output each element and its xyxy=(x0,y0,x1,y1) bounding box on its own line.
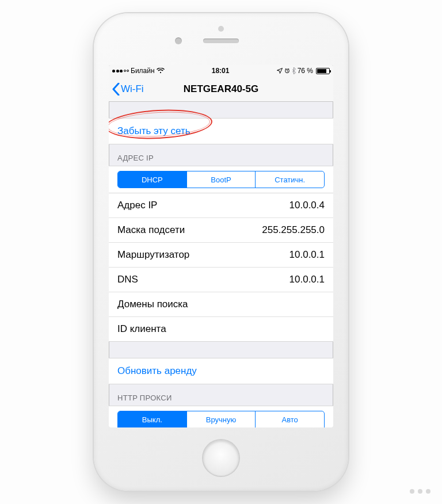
ip-address-value: 10.0.0.4 xyxy=(289,200,325,211)
back-label: Wi-Fi xyxy=(121,83,144,95)
ip-details-list: Адрес IP 10.0.0.4 Маска подсети 255.255.… xyxy=(109,193,333,342)
renew-lease-button[interactable]: Обновить аренду xyxy=(109,358,333,384)
wifi-icon xyxy=(157,68,165,74)
battery-percent: 76 % xyxy=(298,67,313,75)
bluetooth-icon xyxy=(292,67,296,74)
subnet-mask-value: 255.255.255.0 xyxy=(262,224,325,236)
content-scroll[interactable]: Забыть эту сеть АДРЕС IP DHCP BootP Стат… xyxy=(109,102,333,427)
subnet-mask-label: Маска подсети xyxy=(117,224,185,236)
router-value: 10.0.0.1 xyxy=(289,249,325,261)
row-ip-address[interactable]: Адрес IP 10.0.0.4 xyxy=(109,193,333,217)
ip-mode-segmented: DHCP BootP Статичн. xyxy=(109,166,333,193)
screen: Билайн 18:01 76 % xyxy=(109,65,333,427)
signal-strength-icon xyxy=(112,70,129,72)
forget-network-button[interactable]: Забыть эту сеть xyxy=(109,118,333,144)
location-icon xyxy=(277,68,283,74)
seg-static[interactable]: Статичн. xyxy=(255,171,324,188)
client-id-label: ID клиента xyxy=(117,323,166,335)
dns-label: DNS xyxy=(117,274,138,285)
proxy-mode-segmented: Выкл. Вручную Авто xyxy=(109,406,333,427)
seg-bootp[interactable]: BootP xyxy=(186,171,256,188)
battery-icon xyxy=(316,68,330,74)
renew-lease-label: Обновить аренду xyxy=(117,365,197,377)
home-button[interactable] xyxy=(203,440,239,476)
proximity-sensor xyxy=(218,26,224,32)
seg-proxy-off[interactable]: Выкл. xyxy=(118,411,186,427)
row-client-id[interactable]: ID клиента xyxy=(109,316,333,341)
row-router[interactable]: Маршрутизатор 10.0.0.1 xyxy=(109,242,333,267)
ip-section-header: АДРЕС IP xyxy=(109,144,333,166)
alarm-icon xyxy=(284,68,290,74)
search-domains-label: Домены поиска xyxy=(117,299,188,310)
decoration-dots xyxy=(410,489,430,494)
seg-proxy-manual[interactable]: Вручную xyxy=(186,411,256,427)
front-camera xyxy=(175,37,182,44)
row-dns[interactable]: DNS 10.0.0.1 xyxy=(109,267,333,292)
nav-bar: Wi-Fi NETGEAR40-5G xyxy=(109,77,333,102)
row-subnet-mask[interactable]: Маска подсети 255.255.255.0 xyxy=(109,217,333,242)
proxy-section-header: HTTP ПРОКСИ xyxy=(109,384,333,406)
back-button[interactable]: Wi-Fi xyxy=(109,83,144,96)
forget-network-label: Забыть эту сеть xyxy=(117,125,190,137)
ip-address-label: Адрес IP xyxy=(117,200,157,211)
seg-proxy-auto[interactable]: Авто xyxy=(255,411,324,427)
router-label: Маршрутизатор xyxy=(117,249,189,261)
row-search-domains[interactable]: Домены поиска xyxy=(109,292,333,316)
carrier-label: Билайн xyxy=(131,67,155,75)
chevron-left-icon xyxy=(112,83,120,96)
earpiece-speaker xyxy=(203,39,239,43)
dns-value: 10.0.0.1 xyxy=(289,274,325,285)
status-time: 18:01 xyxy=(165,67,277,75)
phone-frame: Билайн 18:01 76 % xyxy=(94,13,348,491)
seg-dhcp[interactable]: DHCP xyxy=(118,171,186,188)
status-bar: Билайн 18:01 76 % xyxy=(109,65,333,77)
